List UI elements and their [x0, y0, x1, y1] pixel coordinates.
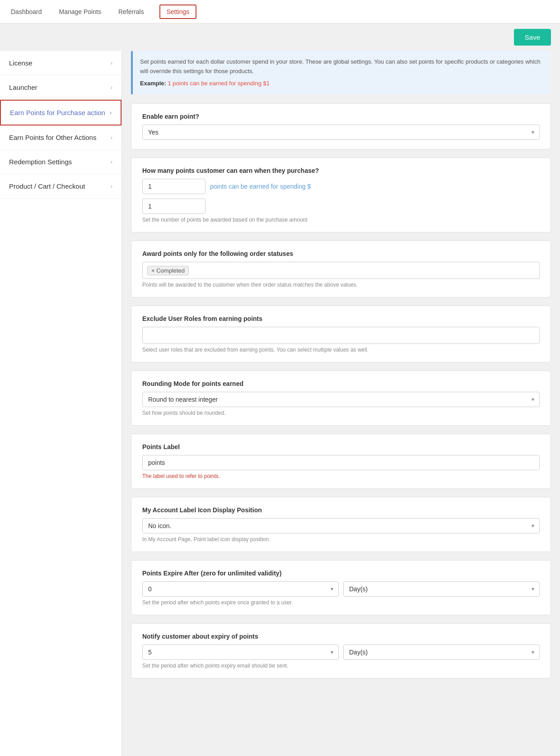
account-icon-hint: In My Account Page, Point label icon dis…	[142, 536, 540, 543]
info-description: Set points earned for each dollar custom…	[140, 57, 544, 76]
notify-value-wrapper: 5 1 3 7 14 30	[142, 645, 339, 660]
exclude-roles-input[interactable]	[142, 327, 540, 344]
example-label: Example:	[140, 80, 166, 87]
enable-earn-section: Enable earn point? Yes No	[131, 103, 551, 149]
chevron-right-icon: ›	[111, 183, 112, 190]
notify-label: Notify customer about expiry of points	[142, 633, 540, 640]
points-earn-section: How many points customer can earn when t…	[131, 158, 551, 232]
tab-settings[interactable]: Settings	[159, 5, 197, 19]
sidebar-item-redemption-label: Redemption Settings	[9, 158, 72, 166]
account-icon-label: My Account Label Icon Display Position	[142, 506, 540, 514]
tab-referrals[interactable]: Referrals	[117, 2, 146, 22]
sidebar-item-product-cart[interactable]: Product / Cart / Checkout ›	[0, 174, 121, 199]
account-icon-section: My Account Label Icon Display Position N…	[131, 497, 551, 552]
sidebar-item-launcher-label: Launcher	[9, 83, 37, 91]
expire-value-select[interactable]: 0 1 2 3 7 14 30	[142, 581, 339, 597]
completed-tag: × Completed	[147, 266, 189, 275]
rounding-hint: Set how points should be rounded.	[142, 410, 540, 416]
points-value-2-wrapper	[142, 199, 540, 214]
example-text: 1 points can be earned for spending $1	[168, 80, 270, 87]
points-earn-label: How many points customer can earn when t…	[142, 167, 540, 174]
save-button[interactable]: Save	[514, 29, 551, 46]
info-example: Example: 1 points can be earned for spen…	[140, 79, 544, 88]
sidebar-item-redemption[interactable]: Redemption Settings ›	[0, 150, 121, 174]
chevron-right-icon: ›	[111, 135, 112, 141]
rounding-label: Rounding Mode for points earned	[142, 380, 540, 387]
page-layout: License › Launcher › Earn Points for Pur…	[0, 51, 560, 756]
notify-value-select[interactable]: 5 1 3 7 14 30	[142, 645, 339, 660]
chevron-right-icon: ›	[111, 159, 112, 165]
exclude-roles-label: Exclude User Roles from earning points	[142, 315, 540, 322]
sidebar-item-earn-purchase[interactable]: Earn Points for Purchase action ›	[0, 100, 121, 125]
expire-value-wrapper: 0 1 2 3 7 14 30	[142, 581, 339, 597]
account-icon-wrapper: No icon. Before label After label	[142, 518, 540, 533]
top-bar: Save	[0, 23, 560, 51]
expire-period-wrapper: Day(s) Month(s) Year(s)	[343, 581, 540, 597]
notify-section: Notify customer about expiry of points 5…	[131, 623, 551, 678]
sidebar-item-earn-other[interactable]: Earn Points for Other Actions ›	[0, 125, 121, 150]
rounding-section: Rounding Mode for points earned Round to…	[131, 371, 551, 426]
sidebar-item-product-cart-label: Product / Cart / Checkout	[9, 182, 85, 190]
enable-earn-label: Enable earn point?	[142, 113, 540, 120]
order-status-hint: Points will be awarded to the customer w…	[142, 282, 540, 288]
expire-period-select[interactable]: Day(s) Month(s) Year(s)	[343, 581, 540, 597]
enable-earn-select[interactable]: Yes No	[142, 125, 540, 140]
points-earn-text: points can be earned for spending $	[210, 183, 311, 190]
enable-earn-wrapper: Yes No	[142, 125, 540, 140]
sidebar: License › Launcher › Earn Points for Pur…	[0, 51, 122, 756]
points-label-section: Points Label The label used to refer to …	[131, 434, 551, 489]
completed-tag-label: × Completed	[151, 267, 185, 274]
points-value-1-input[interactable]	[142, 179, 205, 194]
account-icon-select[interactable]: No icon. Before label After label	[142, 518, 540, 533]
points-earn-row: points can be earned for spending $	[142, 179, 540, 194]
sidebar-item-earn-purchase-label: Earn Points for Purchase action	[10, 109, 105, 116]
notify-row: 5 1 3 7 14 30 Day(s) Month(s) Year(s)	[142, 645, 540, 660]
exclude-roles-hint: Select user roles that are excluded from…	[142, 347, 540, 353]
order-status-label: Award points only for the following orde…	[142, 250, 540, 257]
expire-section: Points Expire After (zero for unlimited …	[131, 560, 551, 615]
top-navigation: Dashboard Manage Points Referrals Settin…	[0, 0, 560, 23]
order-status-section: Award points only for the following orde…	[131, 241, 551, 297]
expire-label: Points Expire After (zero for unlimited …	[142, 570, 540, 577]
points-hint: Set the number of points be awarded base…	[142, 217, 540, 223]
expire-hint: Set the period after which points expire…	[142, 599, 540, 606]
main-content: Set points earned for each dollar custom…	[122, 51, 560, 756]
chevron-right-icon: ›	[111, 60, 112, 66]
sidebar-item-earn-other-label: Earn Points for Other Actions	[9, 134, 96, 141]
chevron-right-icon: ›	[111, 84, 112, 91]
rounding-select[interactable]: Round to nearest integer Round up Round …	[142, 392, 540, 407]
points-label-label: Points Label	[142, 443, 540, 450]
tab-dashboard[interactable]: Dashboard	[9, 2, 44, 22]
notify-period-select[interactable]: Day(s) Month(s) Year(s)	[343, 645, 540, 660]
notify-period-wrapper: Day(s) Month(s) Year(s)	[343, 645, 540, 660]
sidebar-item-license[interactable]: License ›	[0, 51, 121, 75]
points-value-2-input[interactable]	[142, 199, 205, 214]
exclude-roles-section: Exclude User Roles from earning points S…	[131, 306, 551, 362]
tab-manage-points[interactable]: Manage Points	[57, 2, 103, 22]
notify-hint: Set the period after which points expiry…	[142, 663, 540, 669]
chevron-right-icon: ›	[110, 110, 112, 116]
sidebar-item-launcher[interactable]: Launcher ›	[0, 75, 121, 100]
order-status-tag-input[interactable]: × Completed	[142, 262, 540, 279]
expire-row: 0 1 2 3 7 14 30 Day(s) Month(s) Year(s)	[142, 581, 540, 597]
info-box: Set points earned for each dollar custom…	[131, 51, 551, 94]
rounding-wrapper: Round to nearest integer Round up Round …	[142, 392, 540, 407]
points-label-input[interactable]	[142, 455, 540, 470]
points-label-hint: The label used to refer to points.	[142, 473, 540, 479]
sidebar-item-license-label: License	[9, 59, 33, 67]
